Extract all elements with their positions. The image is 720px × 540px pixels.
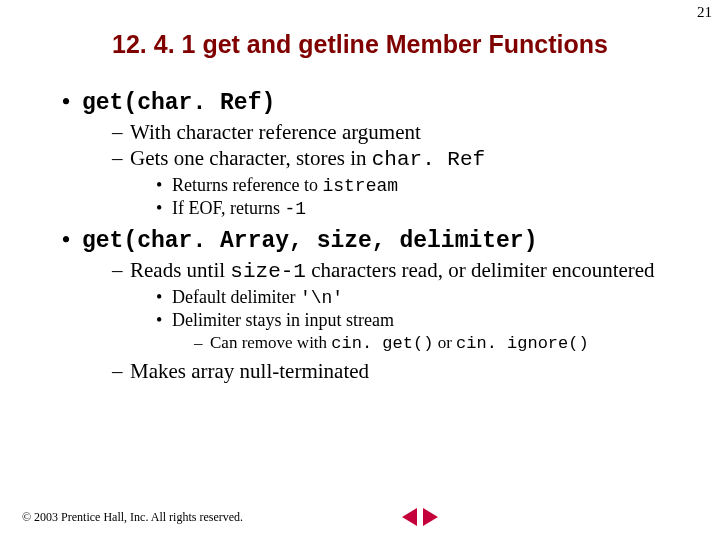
sub-sub-bullet: If EOF, returns -1 — [130, 198, 696, 219]
text: Makes array null-terminated — [130, 359, 369, 383]
sub-sub-bullet: Default delimiter '\n' — [130, 287, 696, 308]
code: char. Ref — [372, 148, 485, 171]
next-arrow-icon[interactable] — [423, 508, 438, 526]
sub-sub-bullet: Returns reference to istream — [130, 175, 696, 196]
sub-bullet: Reads until size-1 characters read, or d… — [82, 258, 696, 353]
text: characters read, or delimiter encountere… — [306, 258, 655, 282]
code: istream — [322, 176, 398, 196]
nav-arrows — [402, 508, 438, 526]
text: Default delimiter — [172, 287, 300, 307]
text: Can remove with — [210, 333, 331, 352]
sub-sub-bullet: Delimiter stays in input stream Can remo… — [130, 310, 696, 353]
text: Returns reference to — [172, 175, 322, 195]
text: With character reference argument — [130, 120, 421, 144]
slide-footer: © 2003 Prentice Hall, Inc. All rights re… — [22, 508, 698, 526]
sub3-bullet: Can remove with cin. get() or cin. ignor… — [172, 333, 696, 353]
bullet-text: get(char. Ref) — [82, 90, 275, 116]
bullet-get-chararray: get(char. Array, size, delimiter) Reads … — [24, 227, 696, 384]
code: -1 — [285, 199, 307, 219]
code: '\n' — [300, 288, 343, 308]
page-number: 21 — [697, 4, 712, 21]
copyright-text: © 2003 Prentice Hall, Inc. All rights re… — [22, 510, 243, 525]
text: If EOF, returns — [172, 198, 285, 218]
code: size-1 — [230, 260, 306, 283]
slide-content: get(char. Ref) With character reference … — [0, 89, 720, 384]
code: cin. get() — [331, 334, 433, 353]
prev-arrow-icon[interactable] — [402, 508, 417, 526]
code: cin. ignore() — [456, 334, 589, 353]
text: or — [433, 333, 456, 352]
sub-bullet: Makes array null-terminated — [82, 359, 696, 384]
text: Gets one character, stores in — [130, 146, 372, 170]
sub-bullet: Gets one character, stores in char. Ref … — [82, 146, 696, 219]
slide-title: 12. 4. 1 get and getline Member Function… — [0, 30, 720, 59]
text: Delimiter stays in input stream — [172, 310, 394, 330]
text: Reads until — [130, 258, 230, 282]
bullet-get-charref: get(char. Ref) With character reference … — [24, 89, 696, 219]
sub-bullet: With character reference argument — [82, 120, 696, 145]
bullet-text: get(char. Array, size, delimiter) — [82, 228, 537, 254]
